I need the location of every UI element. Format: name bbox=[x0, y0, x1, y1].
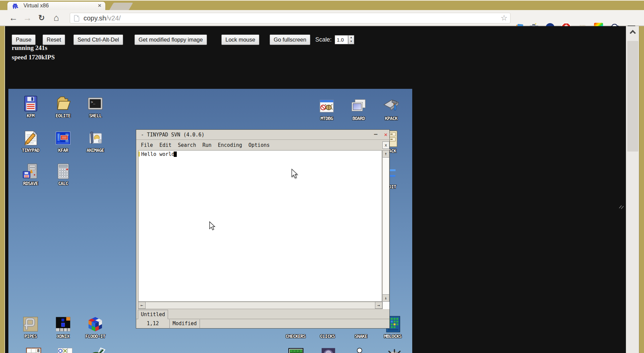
scale-label: Scale: bbox=[315, 36, 332, 43]
calculator-icon bbox=[54, 163, 72, 180]
scrollbar-thumb[interactable] bbox=[627, 41, 638, 152]
tictactoe-icon bbox=[56, 347, 73, 353]
icon-label: CHECKERS bbox=[285, 334, 306, 339]
tinypad-menubar: File Edit Search Run Encoding Options bbox=[141, 140, 270, 150]
tank-icon bbox=[89, 347, 106, 353]
page-icon bbox=[74, 15, 79, 21]
menu-file[interactable]: File bbox=[141, 142, 153, 148]
desktop-icon-calc[interactable]: CALC bbox=[52, 163, 74, 186]
home-button[interactable]: ⌂ bbox=[50, 11, 62, 24]
spinner-down-icon[interactable]: ▼ bbox=[348, 40, 354, 44]
browser-scrollbar[interactable] bbox=[626, 26, 639, 353]
tinypad-title: - TINYPAD SVN (4.0.6) bbox=[141, 132, 205, 138]
desktop-icon-pipes[interactable]: PIPES bbox=[20, 315, 41, 339]
pause-button[interactable]: Pause bbox=[12, 35, 36, 45]
tinypad-tabrow: Untitled bbox=[136, 309, 389, 319]
desktop-icon-lamp[interactable] bbox=[318, 347, 339, 353]
desktop-icon-shell[interactable]: >_ SHELL bbox=[85, 95, 106, 118]
new-tab-button[interactable] bbox=[109, 3, 133, 10]
icon-label: PIPES bbox=[20, 334, 41, 339]
desktop-icon-animage[interactable]: ANIMAGE bbox=[85, 129, 106, 153]
icon-label: SNAKE bbox=[350, 334, 372, 339]
menu-options[interactable]: Options bbox=[249, 142, 270, 148]
scrollbar-up-button[interactable] bbox=[626, 26, 639, 38]
menu-search[interactable]: Search bbox=[178, 142, 196, 148]
desktop-icon-xonix[interactable]: XONIX bbox=[52, 315, 74, 339]
browser-toolbar: ← → ↻ ⌂ copy.sh/v24/ ☆ bbox=[0, 10, 644, 26]
desktop-icon-fifteen[interactable] bbox=[285, 347, 306, 353]
desktop-icon-mine[interactable] bbox=[384, 347, 405, 353]
ctrl-alt-del-button[interactable]: Send Ctrl-Alt-Del bbox=[73, 35, 123, 45]
menu-encoding[interactable]: Encoding bbox=[218, 142, 242, 148]
desktop-icon-kfar[interactable]: KFAR bbox=[52, 129, 74, 153]
fifteen-puzzle-icon bbox=[287, 347, 304, 353]
kolibrios-desktop[interactable]: KFM EOLITE >_ SHELL bbox=[8, 89, 412, 353]
scroll-right-button[interactable]: → bbox=[375, 302, 382, 309]
window-frame-right bbox=[639, 26, 644, 353]
status-speed: speed 1720kIPS bbox=[12, 54, 55, 61]
scroll-down-button[interactable]: ↓ bbox=[382, 294, 389, 302]
scroll-up-button[interactable]: ↑ bbox=[382, 150, 389, 158]
text-caret bbox=[174, 152, 177, 157]
close-icon[interactable]: ✕ bbox=[382, 131, 389, 138]
desktop-icon-mtdbg[interactable]: MTDBG bbox=[316, 98, 337, 121]
reset-button[interactable]: Reset bbox=[43, 35, 65, 45]
scale-spinner[interactable]: ▲ ▼ bbox=[348, 35, 354, 44]
scale-input[interactable] bbox=[335, 35, 348, 44]
desktop-icon-tictactoe[interactable] bbox=[54, 347, 75, 353]
url-path: /v24/ bbox=[106, 14, 120, 22]
desktop-icon-tank[interactable] bbox=[87, 347, 108, 353]
tinypad-titlebar[interactable]: - TINYPAD SVN (4.0.6) – ✕ bbox=[136, 130, 389, 140]
virtual-x86-favicon bbox=[12, 3, 19, 10]
document-tab[interactable]: Untitled bbox=[138, 310, 168, 319]
packer-icon bbox=[382, 98, 400, 115]
icon-label: FLOOD-IT bbox=[85, 334, 106, 339]
reload-button[interactable]: ↻ bbox=[36, 11, 48, 24]
icon-label: ANIMAGE bbox=[85, 148, 106, 153]
browser-tab[interactable]: Virtual x86 × bbox=[7, 2, 105, 11]
cube-game-icon bbox=[87, 315, 104, 333]
back-button[interactable]: ← bbox=[7, 11, 19, 24]
desktop-icon-eolite[interactable]: EOLITE bbox=[52, 95, 74, 118]
chevron-up-icon bbox=[630, 30, 636, 36]
address-bar[interactable]: copy.sh/v24/ ☆ bbox=[70, 13, 511, 23]
desktop-icon-floodit[interactable]: FLOOD-IT bbox=[85, 315, 106, 339]
get-floppy-button[interactable]: Get modified floppy image bbox=[135, 35, 207, 45]
desktop-icon-pearls[interactable] bbox=[351, 347, 373, 353]
toolbar-close-button[interactable]: x bbox=[382, 141, 389, 149]
menu-edit[interactable]: Edit bbox=[159, 142, 171, 148]
minesweeper-icon bbox=[386, 347, 403, 353]
fullscreen-button[interactable]: Go fullscreen bbox=[270, 35, 310, 45]
desktop-icon-sudoku[interactable]: 8 9 7 bbox=[22, 347, 44, 353]
document-text: Hello world bbox=[141, 151, 177, 157]
minimize-icon[interactable]: – bbox=[372, 131, 380, 139]
pipes-game-icon bbox=[22, 315, 39, 333]
bookmark-star-icon[interactable]: ☆ bbox=[500, 13, 507, 22]
icon-label: KFM bbox=[20, 113, 41, 118]
desktop-icon-tinypad[interactable]: TINYPAD bbox=[20, 129, 41, 153]
folder-icon bbox=[54, 95, 72, 112]
menu-run[interactable]: Run bbox=[202, 142, 211, 148]
icon-label: KFAR bbox=[52, 148, 74, 153]
icon-label: XONIX bbox=[52, 334, 74, 339]
icon-label: CLICKS bbox=[317, 334, 338, 339]
spinner-up-icon[interactable]: ▲ bbox=[348, 36, 354, 40]
desktop-icon-kpack[interactable]: KPACK bbox=[380, 98, 402, 121]
lock-mouse-button[interactable]: Lock mouse bbox=[221, 35, 259, 45]
tab-title: Virtual x86 bbox=[23, 3, 49, 9]
scroll-left-button[interactable]: ← bbox=[138, 302, 146, 309]
horizontal-scrollbar[interactable]: ← → bbox=[138, 302, 382, 309]
desktop-icon-board[interactable]: BOARD bbox=[348, 98, 369, 121]
tab-close-icon[interactable]: × bbox=[98, 2, 101, 9]
vertical-scrollbar[interactable]: ↑ ↓ bbox=[382, 150, 389, 302]
sudoku-icon: 8 9 7 bbox=[24, 347, 42, 353]
icon-label: MBLOCKS bbox=[382, 334, 404, 339]
window-frame-left bbox=[0, 26, 5, 353]
forward-button[interactable]: → bbox=[21, 11, 34, 24]
desktop-icon-rdsave[interactable]: RDSAVE bbox=[20, 163, 41, 186]
tinypad-edit-area[interactable]: Hello world bbox=[138, 150, 382, 302]
icon-label: MTDBG bbox=[316, 116, 337, 121]
tinypad-statusbar: 1,12 Modified bbox=[136, 319, 389, 329]
modified-flag: Modified bbox=[170, 319, 200, 329]
desktop-icon-kfm[interactable]: KFM bbox=[20, 95, 41, 118]
